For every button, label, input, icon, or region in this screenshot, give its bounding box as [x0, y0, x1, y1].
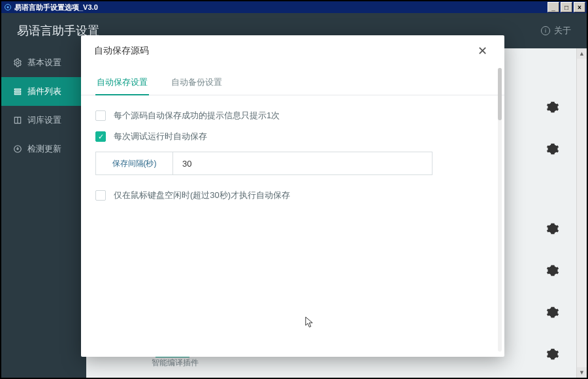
checkbox[interactable]	[95, 190, 106, 201]
option-label: 每次调试运行时自动保存	[114, 131, 207, 142]
checkbox[interactable]: ✓	[95, 131, 106, 142]
scrollbar-thumb[interactable]	[498, 68, 502, 120]
window-close-button[interactable]: ×	[574, 2, 585, 12]
window-title: 易语言助手设置选项_V3.0	[14, 3, 98, 12]
svg-point-1	[7, 7, 9, 8]
option-label: 每个源码自动保存成功的提示信息只提示1次	[114, 110, 280, 122]
window-minimize-button[interactable]: _	[547, 2, 559, 12]
interval-field: 保存间隔(秒)	[95, 152, 490, 175]
window-maximize-button[interactable]: □	[561, 2, 572, 12]
option-idle-only: 仅在鼠标键盘空闲时(超过30秒)才执行自动保存	[95, 190, 490, 201]
interval-label: 保存间隔(秒)	[95, 152, 172, 175]
window-titlebar: 易语言助手设置选项_V3.0 _ □ ×	[1, 1, 587, 13]
option-label: 仅在鼠标键盘空闲时(超过30秒)才执行自动保存	[114, 190, 290, 201]
tab-label: 自动保存设置	[97, 77, 148, 87]
checkbox[interactable]	[95, 110, 106, 121]
option-tip-once: 每个源码自动保存成功的提示信息只提示1次	[95, 110, 490, 122]
autosave-modal: 自动保存源码 ✕ 自动保存设置 自动备份设置 每个源码自动保存成功的提示信息只提…	[81, 35, 504, 357]
tab-label: 自动备份设置	[171, 77, 222, 87]
modal-body: 每个源码自动保存成功的提示信息只提示1次 ✓ 每次调试运行时自动保存 保存间隔(…	[81, 95, 504, 357]
interval-input[interactable]	[172, 152, 433, 175]
modal-tabs: 自动保存设置 自动备份设置	[81, 67, 504, 95]
modal-close-button[interactable]: ✕	[474, 41, 491, 61]
option-save-on-debug: ✓ 每次调试运行时自动保存	[95, 131, 490, 142]
modal-title: 自动保存源码	[94, 45, 149, 57]
tab-autobackup-settings[interactable]: 自动备份设置	[170, 70, 223, 95]
app-icon	[4, 3, 12, 11]
modal-header: 自动保存源码 ✕	[81, 35, 504, 67]
modal-scrollbar[interactable]	[498, 68, 502, 352]
tab-autosave-settings[interactable]: 自动保存设置	[95, 70, 149, 95]
